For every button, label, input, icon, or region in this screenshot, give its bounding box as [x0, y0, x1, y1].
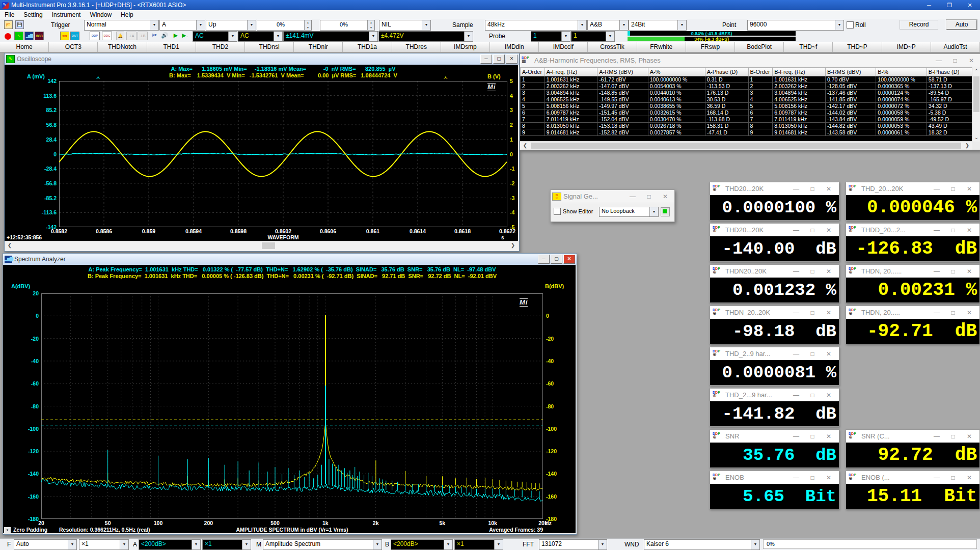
- coupling-b-select[interactable]: AC▼: [238, 31, 283, 42]
- close-icon[interactable]: ✕: [821, 225, 836, 236]
- ddp-titlebar[interactable]: DDP⊕THDD_20...2...—□✕: [846, 224, 979, 236]
- table-row[interactable]: 33.004894 kHz-148.85 dBV0.0044010 %176.1…: [521, 90, 972, 96]
- tab-thd~p[interactable]: THD~P: [833, 42, 882, 52]
- ddp-titlebar[interactable]: DDP⊕THD_2...9 har...—□✕: [710, 389, 839, 401]
- close-icon[interactable]: ✕: [821, 431, 836, 442]
- maximize-icon[interactable]: □: [945, 431, 961, 442]
- show-editor-checkbox[interactable]: [554, 208, 561, 215]
- minimize-icon[interactable]: —: [929, 225, 944, 236]
- window-close-icon[interactable]: ✕: [960, 0, 980, 10]
- minimize-icon[interactable]: —: [929, 472, 944, 483]
- ddp-titlebar[interactable]: DDP⊕ENOB—□✕: [710, 471, 839, 484]
- maximize-icon[interactable]: □: [805, 266, 820, 277]
- maximize-icon[interactable]: □: [945, 225, 961, 236]
- minimize-icon[interactable]: —: [929, 183, 944, 195]
- close-icon[interactable]: ✕: [962, 431, 977, 442]
- ddp-window-enob-[interactable]: DDP⊕ENOB (...—□✕15.11 Bit: [846, 471, 980, 509]
- close-icon[interactable]: ✕: [964, 55, 979, 66]
- spectrum-titlebar[interactable]: ▂▅▇ Spectrum Analyzer ─ ▢ ✕: [3, 254, 577, 265]
- tab-thdnsl[interactable]: THDnsl: [245, 42, 294, 52]
- minimize-icon[interactable]: —: [929, 431, 944, 442]
- trigger-marker-b[interactable]: -*-: [444, 75, 447, 80]
- ddp-viewer-icon[interactable]: DDP: [90, 32, 100, 40]
- column-header[interactable]: A-Order: [521, 68, 545, 76]
- b-range-select[interactable]: <200dB>▼: [391, 539, 453, 550]
- close-icon[interactable]: ✕: [821, 390, 836, 401]
- minimize-icon[interactable]: —: [931, 55, 946, 66]
- ddp-titlebar[interactable]: DDP⊕THDN_20..20K—□✕: [710, 306, 839, 319]
- tab-thdnir[interactable]: THDnir: [294, 42, 343, 52]
- maximize-icon[interactable]: □: [805, 472, 820, 483]
- trigger-delay-spinner[interactable]: 0%▲▼: [320, 20, 375, 31]
- device-test-plan-icon[interactable]: DUT: [70, 32, 79, 40]
- oscilloscope-titlebar[interactable]: ∿ Oscilloscope ─ ▢ ✕: [5, 53, 519, 65]
- tab-audiotst[interactable]: AudioTst: [931, 42, 980, 52]
- column-header[interactable]: A-RMS (dBV): [597, 68, 648, 76]
- close-icon[interactable]: ✕: [962, 183, 977, 195]
- maximize-icon[interactable]: □: [945, 307, 961, 318]
- run-icon[interactable]: ▶: [171, 32, 180, 40]
- maximize-icon[interactable]: □: [805, 431, 820, 442]
- ddp-window-snr[interactable]: DDP⊕SNR—□✕35.76 dB: [710, 429, 839, 468]
- spectrum-analyzer-icon[interactable]: ▂▅▇: [24, 32, 34, 40]
- trigger-edge-select[interactable]: Up▼: [206, 20, 256, 31]
- column-header[interactable]: A-%: [648, 68, 705, 76]
- ddp-titlebar[interactable]: DDP⊕THD_2..9 har...—□✕: [710, 347, 839, 360]
- tab-thdres[interactable]: THDres: [392, 42, 441, 52]
- ddp-window-thdn-20-[interactable]: DDP⊕THDN, 20.....—□✕-92.71 dB: [846, 306, 980, 344]
- ddp-window-thdn-20-[interactable]: DDP⊕THDN, 20......—□✕0.00231 %: [846, 264, 980, 303]
- tab-oct3[interactable]: OCT3: [49, 42, 98, 52]
- window-maximize-icon[interactable]: ❐: [939, 0, 960, 10]
- table-row[interactable]: 88.013050 kHz-153.18 dBV0.0026718 %158.3…: [521, 123, 972, 129]
- column-header[interactable]: B-%: [876, 68, 927, 76]
- close-icon[interactable]: ✕: [821, 307, 836, 318]
- close-icon[interactable]: ✕: [658, 191, 673, 202]
- tab-thdnotch[interactable]: THDNotch: [98, 42, 147, 52]
- column-header[interactable]: B-Freq. (Hz): [773, 68, 826, 76]
- minimize-icon[interactable]: —: [929, 266, 944, 277]
- table-row[interactable]: 44.006525 kHz-149.55 dBV0.0040613 %30.53…: [521, 96, 972, 103]
- close-icon[interactable]: ✕: [563, 255, 575, 264]
- tab-crosstlk[interactable]: CrossTlk: [588, 42, 637, 52]
- close-icon[interactable]: ✕: [821, 266, 836, 277]
- column-header[interactable]: B-Order: [748, 68, 773, 76]
- minimize-icon[interactable]: ─: [538, 255, 550, 264]
- points-select[interactable]: 96000▼: [747, 20, 844, 31]
- maximize-icon[interactable]: □: [805, 390, 820, 401]
- table-row[interactable]: 22.003262 kHz-147.07 dBV0.0054003 %-113.…: [521, 83, 972, 90]
- window-minimize-icon[interactable]: ─: [919, 0, 939, 10]
- scope-h-scrollbar[interactable]: ❮ ❯: [5, 241, 518, 251]
- column-header[interactable]: B-Phase (D): [927, 68, 972, 76]
- minimize-icon[interactable]: —: [788, 348, 804, 360]
- multimeter-icon[interactable]: 888: [35, 32, 44, 40]
- tab-imddin[interactable]: IMDdin: [490, 42, 539, 52]
- freq-zoom-select[interactable]: ×1▼: [79, 539, 129, 550]
- ddp-titlebar[interactable]: DDP⊕THDN20..20K—□✕: [710, 265, 839, 278]
- channels-select[interactable]: A&B▼: [587, 20, 629, 31]
- tab-bodeplot[interactable]: BodePlot: [735, 42, 784, 52]
- close-icon[interactable]: ✕: [506, 54, 518, 64]
- maximize-icon[interactable]: ▢: [493, 54, 505, 64]
- signal-generator-icon[interactable]: ≈≈: [60, 32, 69, 40]
- minimize-icon[interactable]: —: [788, 307, 804, 318]
- trigger-source-select[interactable]: A▼: [159, 20, 205, 31]
- ddp-window-thd-20-20k[interactable]: DDP⊕THD_20...20K—□✕0.000046 %: [846, 182, 980, 221]
- minimize-icon[interactable]: ─: [480, 54, 492, 64]
- close-icon[interactable]: ✕: [962, 307, 977, 318]
- sample-rate-select[interactable]: 48kHz▼: [485, 20, 587, 31]
- maximize-icon[interactable]: □: [641, 191, 657, 202]
- window-function-select[interactable]: Kaiser 6▼: [644, 539, 760, 550]
- ddp-titlebar[interactable]: DDP⊕THDN, 20......—□✕: [846, 265, 979, 278]
- ddp-titlebar[interactable]: DDP⊕THD20...20K—□✕: [710, 182, 839, 195]
- b-zoom-select[interactable]: ×1▼: [454, 539, 503, 550]
- run-loop-icon[interactable]: ▶.: [180, 32, 189, 40]
- minimize-icon[interactable]: —: [788, 431, 804, 442]
- close-icon[interactable]: ✕: [962, 472, 977, 483]
- sound-icon[interactable]: 🔊: [160, 32, 169, 40]
- probe-b-select[interactable]: 1▼: [571, 31, 615, 42]
- tab-thd1[interactable]: THD1: [147, 42, 196, 52]
- ddp-titlebar[interactable]: DDP⊕THD_20...20K—□✕: [846, 182, 979, 195]
- minimize-icon[interactable]: —: [788, 390, 804, 401]
- open-icon[interactable]: 📂: [4, 20, 13, 29]
- ddp-window-snr-c-[interactable]: DDP⊕SNR (C...—□✕92.72 dB: [846, 429, 980, 468]
